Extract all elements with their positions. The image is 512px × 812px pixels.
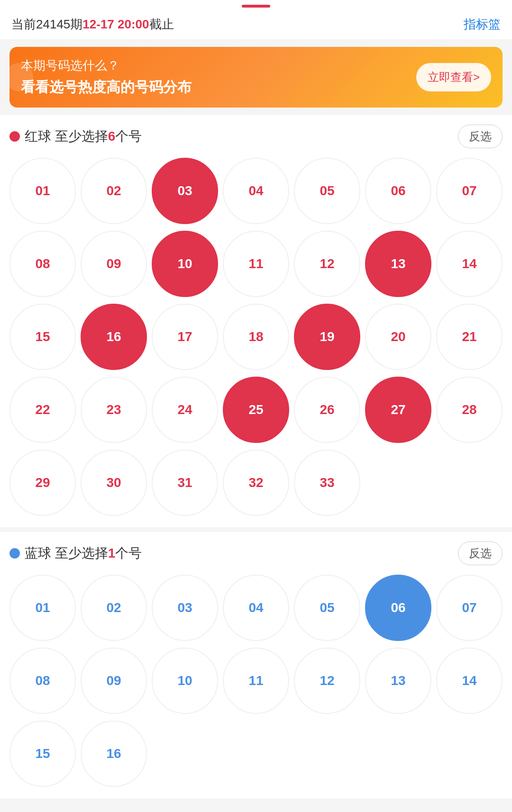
red-ball-28[interactable]: 28 <box>436 377 503 443</box>
red-ball-17[interactable]: 17 <box>152 304 218 370</box>
red-ball-08[interactable]: 08 <box>9 231 76 297</box>
red-ball-19[interactable]: 19 <box>294 304 360 370</box>
red-ball-22[interactable]: 22 <box>9 377 76 443</box>
blue-label-text: 蓝球 至少选择1个号 <box>25 544 142 562</box>
red-min-count: 6 <box>108 129 116 144</box>
red-ball-29[interactable]: 29 <box>9 450 76 516</box>
red-section-label: 红球 至少选择6个号 <box>9 127 142 145</box>
red-ball-18[interactable]: 18 <box>223 304 289 370</box>
deadline-date: 12-17 20:00 <box>82 17 149 31</box>
red-ball-14[interactable]: 14 <box>436 231 503 297</box>
red-ball-13[interactable]: 13 <box>365 231 431 297</box>
header-period: 当前24145期12-17 20:00截止 <box>11 16 174 33</box>
blue-ball-03[interactable]: 03 <box>152 575 218 641</box>
blue-ball-05[interactable]: 05 <box>294 575 360 641</box>
red-ball-section: 红球 至少选择6个号 反选 01020304050607080910111213… <box>0 115 512 527</box>
red-ball-30[interactable]: 30 <box>81 450 147 516</box>
red-label-text: 红球 至少选择6个号 <box>25 127 142 145</box>
red-ball-20[interactable]: 20 <box>365 304 431 370</box>
blue-ball-13[interactable]: 13 <box>365 648 431 714</box>
blue-ball-11[interactable]: 11 <box>223 648 289 714</box>
red-reverse-button[interactable]: 反选 <box>458 125 503 148</box>
blue-ball-section: 蓝球 至少选择1个号 反选 01020304050607080910111213… <box>0 532 512 798</box>
red-ball-33[interactable]: 33 <box>294 450 360 516</box>
red-ball-27[interactable]: 27 <box>365 377 431 443</box>
red-ball-24[interactable]: 24 <box>152 377 218 443</box>
blue-ball-09[interactable]: 09 <box>81 648 147 714</box>
bottom-area <box>0 803 512 812</box>
blue-ball-08[interactable]: 08 <box>9 648 76 714</box>
red-ball-01[interactable]: 01 <box>9 158 76 224</box>
deadline-suffix: 截止 <box>149 17 174 31</box>
red-ball-21[interactable]: 21 <box>436 304 503 370</box>
red-ball-09[interactable]: 09 <box>81 231 147 297</box>
blue-ball-04[interactable]: 04 <box>223 575 289 641</box>
red-section-header: 红球 至少选择6个号 反选 <box>9 125 503 148</box>
period-label: 当前24145期 <box>11 17 82 31</box>
red-ball-15[interactable]: 15 <box>9 304 76 370</box>
red-ball-31[interactable]: 31 <box>152 450 218 516</box>
blue-ball-01[interactable]: 01 <box>9 575 76 641</box>
banner-cta-button[interactable]: 立即查看> <box>416 63 491 91</box>
blue-ball-12[interactable]: 12 <box>294 648 360 714</box>
red-balls-grid: 0102030405060708091011121314151617181920… <box>9 158 503 516</box>
red-ball-25[interactable]: 25 <box>223 377 289 443</box>
banner-title: 看看选号热度高的号码分布 <box>21 78 192 97</box>
banner-text: 本期号码选什么？ 看看选号热度高的号码分布 <box>21 57 192 97</box>
red-ball-26[interactable]: 26 <box>294 377 360 443</box>
blue-ball-15[interactable]: 15 <box>9 721 76 787</box>
blue-ball-02[interactable]: 02 <box>81 575 147 641</box>
header: 当前24145期12-17 20:00截止 指标篮 <box>0 10 512 39</box>
blue-ball-07[interactable]: 07 <box>436 575 503 641</box>
blue-ball-16[interactable]: 16 <box>81 721 147 787</box>
red-ball-11[interactable]: 11 <box>223 231 289 297</box>
blue-ball-06[interactable]: 06 <box>365 575 431 641</box>
red-ball-04[interactable]: 04 <box>223 158 289 224</box>
top-bar <box>0 0 512 10</box>
banner-subtitle: 本期号码选什么？ <box>21 57 192 74</box>
red-ball-32[interactable]: 32 <box>223 450 289 516</box>
blue-min-count: 1 <box>108 546 116 560</box>
blue-ball-10[interactable]: 10 <box>152 648 218 714</box>
promo-banner[interactable]: 本期号码选什么？ 看看选号热度高的号码分布 立即查看> <box>9 47 503 108</box>
red-ball-16[interactable]: 16 <box>81 304 147 370</box>
red-ball-02[interactable]: 02 <box>81 158 147 224</box>
red-ball-03[interactable]: 03 <box>152 158 218 224</box>
nav-basket[interactable]: 指标篮 <box>464 16 501 33</box>
red-ball-23[interactable]: 23 <box>81 377 147 443</box>
blue-section-header: 蓝球 至少选择1个号 反选 <box>9 541 503 565</box>
top-bar-indicator <box>242 5 270 8</box>
red-ball-07[interactable]: 07 <box>436 158 503 224</box>
blue-balls-grid: 01020304050607080910111213141516 <box>9 575 503 787</box>
red-dot-icon <box>9 131 20 142</box>
red-ball-12[interactable]: 12 <box>294 231 360 297</box>
red-ball-06[interactable]: 06 <box>365 158 431 224</box>
red-ball-10[interactable]: 10 <box>152 231 218 297</box>
red-ball-05[interactable]: 05 <box>294 158 360 224</box>
blue-section-label: 蓝球 至少选择1个号 <box>9 544 142 562</box>
blue-ball-14[interactable]: 14 <box>436 648 503 714</box>
blue-reverse-button[interactable]: 反选 <box>458 541 503 565</box>
blue-dot-icon <box>9 548 20 559</box>
